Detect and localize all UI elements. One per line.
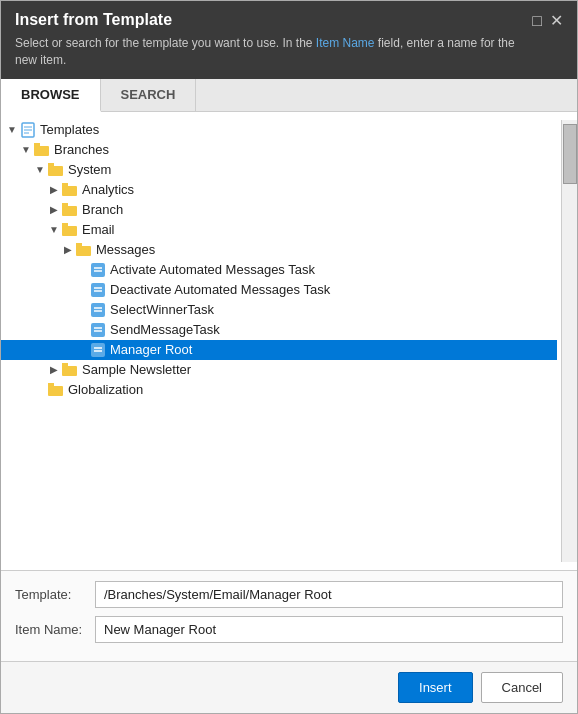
tab-browse[interactable]: BROWSE xyxy=(1,79,101,112)
label-email: Email xyxy=(82,222,115,237)
label-system: System xyxy=(68,162,111,177)
icon-globalization xyxy=(47,382,65,398)
label-globalization: Globalization xyxy=(68,382,143,397)
tree-node-branch[interactable]: ▶ Branch xyxy=(1,200,557,220)
toggle-messages[interactable]: ▶ xyxy=(61,244,75,255)
label-samplenewsletter: Sample Newsletter xyxy=(82,362,191,377)
label-activate: Activate Automated Messages Task xyxy=(110,262,315,277)
scrollbar-track[interactable] xyxy=(561,120,577,562)
tab-search[interactable]: SEARCH xyxy=(101,79,197,111)
scrollbar-thumb[interactable] xyxy=(563,124,577,184)
label-branches: Branches xyxy=(54,142,109,157)
icon-samplenewsletter xyxy=(61,362,79,378)
template-input[interactable] xyxy=(95,581,563,608)
toggle-system[interactable]: ▼ xyxy=(33,164,47,175)
svg-rect-12 xyxy=(62,226,77,236)
dialog-subtitle: Select or search for the template you wa… xyxy=(15,35,522,69)
icon-system xyxy=(47,162,65,178)
svg-rect-11 xyxy=(62,203,68,207)
icon-branch xyxy=(61,202,79,218)
tab-bar: BROWSE SEARCH xyxy=(1,79,577,112)
tree-node-activate[interactable]: Activate Automated Messages Task xyxy=(1,260,557,280)
maximize-icon[interactable]: □ xyxy=(532,13,542,29)
template-field-row: Template: xyxy=(15,581,563,608)
label-branch: Branch xyxy=(82,202,123,217)
tree-node-email[interactable]: ▼ Email xyxy=(1,220,557,240)
item-name-input[interactable] xyxy=(95,616,563,643)
label-templates: Templates xyxy=(40,122,99,137)
svg-rect-31 xyxy=(62,366,77,376)
tree-node-sendmessage[interactable]: SendMessageTask xyxy=(1,320,557,340)
svg-rect-13 xyxy=(62,223,68,227)
template-label: Template: xyxy=(15,587,95,602)
svg-rect-25 xyxy=(91,323,105,337)
label-managerroot: Manager Root xyxy=(110,342,192,357)
tree-area: ▼ Templates ▼ Branches ▼ xyxy=(1,112,577,570)
icon-branches xyxy=(33,142,51,158)
item-name-label: Item Name: xyxy=(15,622,95,637)
insert-button[interactable]: Insert xyxy=(398,672,473,703)
icon-messages xyxy=(75,242,93,258)
dialog-footer: Insert Cancel xyxy=(1,661,577,713)
tree-node-branches[interactable]: ▼ Branches xyxy=(1,140,557,160)
toggle-samplenewsletter[interactable]: ▶ xyxy=(47,364,61,375)
svg-rect-9 xyxy=(62,183,68,187)
svg-rect-7 xyxy=(48,163,54,167)
svg-rect-32 xyxy=(62,363,68,367)
close-icon[interactable]: ✕ xyxy=(550,13,563,29)
tree-node-analytics[interactable]: ▶ Analytics xyxy=(1,180,557,200)
cancel-button[interactable]: Cancel xyxy=(481,672,563,703)
subtitle-highlight: Item Name xyxy=(316,36,375,50)
svg-rect-8 xyxy=(62,186,77,196)
toggle-email[interactable]: ▼ xyxy=(47,224,61,235)
icon-activate xyxy=(89,262,107,278)
label-messages: Messages xyxy=(96,242,155,257)
dialog-title: Insert from Template xyxy=(15,11,522,29)
svg-rect-10 xyxy=(62,206,77,216)
tree-node-managerroot[interactable]: Manager Root xyxy=(1,340,557,360)
svg-rect-28 xyxy=(91,343,105,357)
icon-templates xyxy=(19,122,37,138)
svg-rect-33 xyxy=(48,386,63,396)
svg-rect-15 xyxy=(76,243,82,247)
label-selectwinner: SelectWinnerTask xyxy=(110,302,214,317)
svg-rect-14 xyxy=(76,246,91,256)
svg-rect-4 xyxy=(34,146,49,156)
label-analytics: Analytics xyxy=(82,182,134,197)
tree-node-globalization[interactable]: Globalization xyxy=(1,380,557,400)
icon-email xyxy=(61,222,79,238)
insert-from-template-dialog: Insert from Template Select or search fo… xyxy=(0,0,578,714)
svg-rect-5 xyxy=(34,143,40,147)
icon-managerroot xyxy=(89,342,107,358)
toggle-branches[interactable]: ▼ xyxy=(19,144,33,155)
label-deactivate: Deactivate Automated Messages Task xyxy=(110,282,330,297)
svg-rect-34 xyxy=(48,383,54,387)
icon-analytics xyxy=(61,182,79,198)
label-sendmessage: SendMessageTask xyxy=(110,322,220,337)
tree-node-selectwinner[interactable]: SelectWinnerTask xyxy=(1,300,557,320)
fields-area: Template: Item Name: xyxy=(1,570,577,661)
svg-rect-22 xyxy=(91,303,105,317)
toggle-analytics[interactable]: ▶ xyxy=(47,184,61,195)
icon-selectwinner xyxy=(89,302,107,318)
svg-rect-16 xyxy=(91,263,105,277)
svg-rect-6 xyxy=(48,166,63,176)
tree-node-messages[interactable]: ▶ Messages xyxy=(1,240,557,260)
dialog-header: Insert from Template Select or search fo… xyxy=(1,1,577,79)
toggle-branch[interactable]: ▶ xyxy=(47,204,61,215)
tree-scroll[interactable]: ▼ Templates ▼ Branches ▼ xyxy=(1,120,561,562)
icon-sendmessage xyxy=(89,322,107,338)
tree-node-templates[interactable]: ▼ Templates xyxy=(1,120,557,140)
item-name-field-row: Item Name: xyxy=(15,616,563,643)
icon-deactivate xyxy=(89,282,107,298)
toggle-templates[interactable]: ▼ xyxy=(5,124,19,135)
tree-node-samplenewsletter[interactable]: ▶ Sample Newsletter xyxy=(1,360,557,380)
tree-node-deactivate[interactable]: Deactivate Automated Messages Task xyxy=(1,280,557,300)
tree-node-system[interactable]: ▼ System xyxy=(1,160,557,180)
svg-rect-19 xyxy=(91,283,105,297)
